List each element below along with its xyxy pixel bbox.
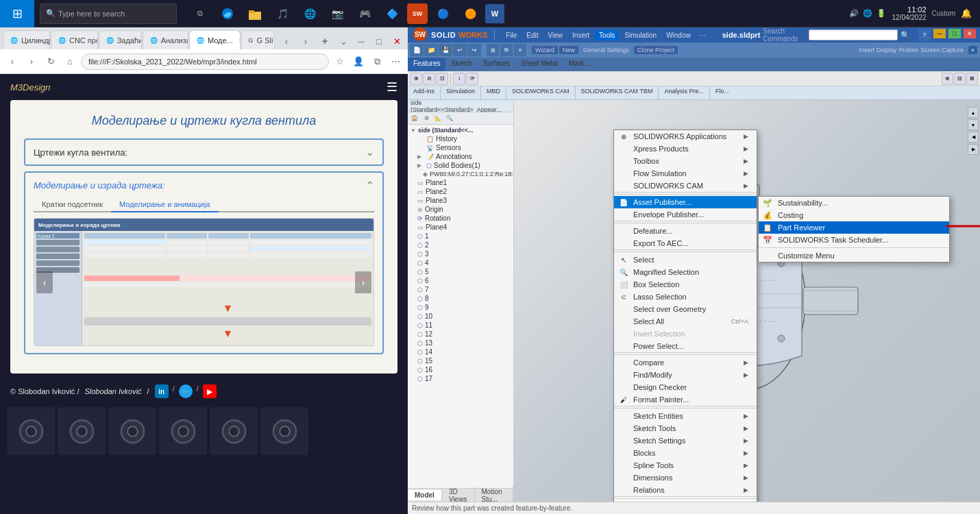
menu-item-defeature[interactable]: Defeature...	[614, 225, 757, 237]
sw-extra-tab-addins[interactable]: Add-Ins	[408, 86, 441, 99]
sw-extra-tab-cam[interactable]: SOLIDWORKS CAM	[506, 86, 576, 99]
forward-button[interactable]: ›	[23, 53, 40, 70]
sw-new-btn[interactable]: New	[559, 46, 578, 54]
menu-item-format-painter[interactable]: 🖌 Format Painter...	[614, 393, 757, 406]
menu-item-relations[interactable]: Relations ▶	[614, 484, 757, 496]
sw-view-btn-top[interactable]: ▲	[968, 107, 979, 118]
sw-qa-btn-4[interactable]: ↩	[453, 44, 467, 56]
menu-item-spline[interactable]: Spline Tools ▶	[614, 459, 757, 472]
tree-item-plane3[interactable]: ▭ Plane3	[409, 196, 512, 205]
browser-tab-cnc[interactable]: 🌐 CNC про	[51, 30, 98, 49]
menu-item-sketch-tools[interactable]: Sketch Tools ▶	[614, 422, 757, 435]
tree-item-sensors[interactable]: 📡 Sensors	[409, 143, 512, 152]
sw-extra-tab-analysis[interactable]: Analysis Pre...	[659, 86, 710, 99]
menu-item-select-over[interactable]: Select over Geometry	[614, 303, 757, 315]
sw-screen-capture-label[interactable]: Screen Capture	[920, 47, 964, 53]
extensions-btn[interactable]: ⧉	[369, 53, 385, 70]
app-icon-7[interactable]: 🟠	[458, 1, 482, 26]
tree-item-plane2[interactable]: ▭ Plane2	[409, 187, 512, 196]
section-modeling[interactable]: Моделирање и израда цртежа: ⌃ Кратки под…	[24, 171, 384, 354]
tree-item-feat-8[interactable]: ⬡ 8	[409, 294, 512, 303]
sw-tab-markup[interactable]: Mark...	[563, 58, 596, 71]
tree-item-feat-16[interactable]: ⬡ 16	[409, 365, 512, 374]
new-tab-btn[interactable]: +	[317, 33, 333, 49]
menu-item-design-checker[interactable]: Design Checker	[614, 381, 757, 393]
sw-extra-tab-simulation[interactable]: Simulation	[441, 86, 481, 99]
browser-tab-cylinder[interactable]: 🌐 Цилиндр	[3, 30, 50, 49]
menu-item-export-aec[interactable]: Export To AEC...	[614, 237, 757, 249]
menu-item-magnified[interactable]: 🔍 Magnified Selection	[614, 266, 757, 278]
home-button[interactable]: ⌂	[62, 53, 78, 70]
sw-tree-icon-3[interactable]: 📐	[432, 114, 443, 123]
tree-item-rotation[interactable]: ⟳ Rotation	[409, 214, 512, 223]
reload-button[interactable]: ↻	[42, 53, 59, 70]
menu-item-blocks[interactable]: Blocks ▶	[614, 447, 757, 459]
tree-item-feat-15[interactable]: ⬡ 15	[409, 356, 512, 365]
tree-item-feat-4[interactable]: ⬡ 4	[409, 258, 512, 267]
tree-item-annotations[interactable]: ▶ 📝 Annotations	[409, 152, 512, 161]
tree-item-feat-3[interactable]: ⬡ 3	[409, 249, 512, 258]
menu-item-xpress[interactable]: Xpress Products ▶	[614, 143, 757, 155]
menu-item-box-sel[interactable]: ⬜ Box Selection	[614, 278, 757, 291]
sw-tool-btn-7[interactable]: ⊟	[954, 73, 966, 85]
sw-view-btn-left[interactable]: ◀	[968, 132, 979, 143]
sw-insert-label[interactable]: Insert	[859, 47, 874, 53]
menu-item-select-all[interactable]: Select All Ctrl+A	[614, 315, 757, 328]
tree-item-feat-5[interactable]: ⬡ 5	[409, 267, 512, 276]
submenu-customize[interactable]: Customize Menu	[759, 249, 949, 262]
edge-icon[interactable]	[215, 1, 240, 26]
menu-item-power-select[interactable]: Power Select...	[614, 340, 757, 352]
submenu-task-scheduler[interactable]: 📅 SOLIDWORKS Task Scheduler...	[759, 234, 949, 246]
sw-probes-label[interactable]: Probes	[898, 47, 918, 53]
tab-close-button[interactable]: ✕	[238, 37, 241, 44]
menu-item-findmodify[interactable]: Find/Modify ▶	[614, 369, 757, 381]
tree-item-feat-14[interactable]: ⬡ 14	[409, 347, 512, 356]
sw-qa-btn-3[interactable]: 💾	[439, 44, 452, 56]
tree-item-solid-bodies[interactable]: ▶ ⬡ Solid Bodies(1)	[409, 161, 512, 170]
menu-item-compare[interactable]: Compare ▶	[614, 356, 757, 369]
menu-item-asset-publisher[interactable]: 📄 Asset Publisher... 🌱 Sustaina	[614, 196, 757, 208]
browser-minimize-btn[interactable]: ─	[353, 33, 369, 49]
menu-item-sw-apps[interactable]: ⊕ SOLIDWORKS Applications ▶	[614, 130, 757, 143]
app-icon-3[interactable]: 📷	[325, 1, 350, 26]
taskview-button[interactable]: ⧉	[188, 1, 212, 26]
tree-item-origin[interactable]: ⊕ Origin	[409, 205, 512, 214]
file-explorer-icon[interactable]	[243, 1, 267, 26]
sw-tree-icon-4[interactable]: 🔍	[444, 114, 455, 123]
browser-tab-analysis[interactable]: 🌐 Анализа	[143, 30, 188, 49]
tree-item-feat-13[interactable]: ⬡ 13	[409, 339, 512, 347]
sw-tab-features[interactable]: Features	[408, 58, 445, 71]
solidworks-taskbar-icon[interactable]: SW	[407, 3, 428, 24]
tree-item-feat-2[interactable]: ⬡ 2	[409, 241, 512, 249]
sw-tab-sketch[interactable]: Sketch	[445, 58, 478, 71]
tree-item-material[interactable]: ◆ PW80:Mi:0.27:C1:0.1:2:Re:18:	[409, 170, 512, 178]
sw-tab-model[interactable]: Model	[408, 490, 442, 500]
app-icon-6[interactable]: 🔵	[430, 1, 455, 26]
tree-item-feat-1[interactable]: ⬡ 1	[409, 232, 512, 241]
notification-icon[interactable]: 🔔	[961, 8, 972, 19]
sw-tool-btn-2[interactable]: ⊘	[423, 73, 435, 85]
sw-menu-window[interactable]: Window	[662, 30, 695, 40]
sw-view-btn-1[interactable]: ⊞	[487, 44, 499, 56]
hamburger-menu[interactable]: ☰	[387, 79, 397, 95]
back-button[interactable]: ‹	[4, 53, 21, 70]
sw-tab-motion[interactable]: Motion Stu...	[475, 487, 514, 502]
sw-qa-btn-5[interactable]: ↪	[467, 44, 481, 56]
tab-overflow-btn[interactable]: ⌄	[336, 33, 352, 49]
tree-item-header[interactable]: ▼ side (Standard<<...	[409, 126, 512, 134]
menu-item-envelope[interactable]: Envelope Publisher...	[614, 208, 757, 221]
menu-item-select[interactable]: ↖ Select	[614, 254, 757, 266]
taskbar-search-box[interactable]: 🔍 Type here to search	[40, 3, 177, 24]
menu-item-sketch-settings[interactable]: Sketch Settings ▶	[614, 435, 757, 447]
youtube-icon[interactable]: ▶	[203, 384, 217, 398]
submenu-costing[interactable]: 💰 Costing	[759, 209, 949, 221]
publisher-submenu[interactable]: 🌱 Sustainability... 💰 Costing 📋	[758, 196, 950, 262]
tree-item-feat-9[interactable]: ⬡ 9	[409, 303, 512, 312]
tab-forward-btn[interactable]: ›	[297, 33, 314, 49]
sw-minimize-btn[interactable]: ─	[933, 29, 946, 38]
menu-item-dimensions[interactable]: Dimensions ▶	[614, 472, 757, 484]
browser-maximize-btn[interactable]: □	[371, 33, 387, 49]
sw-menu-file[interactable]: File	[502, 30, 521, 40]
tree-item-feat-12[interactable]: ⬡ 12	[409, 330, 512, 339]
tree-item-feat-17[interactable]: ⬡ 17	[409, 374, 512, 383]
